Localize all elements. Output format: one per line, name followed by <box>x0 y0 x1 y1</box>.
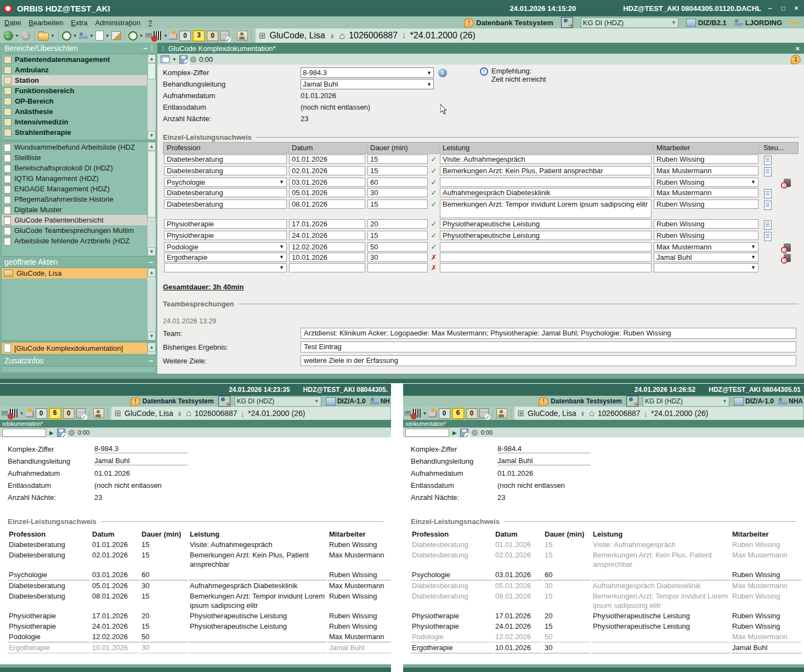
cell-profession[interactable]: Ergotherapie▼ <box>164 253 287 262</box>
sidebar-item-worklist[interactable]: GluCode Patientenübersicht <box>2 215 156 225</box>
dropdown-icon[interactable]: ▼ <box>751 264 756 272</box>
panel-minimize-icon[interactable]: – <box>143 44 148 53</box>
cell-datum[interactable]: 01.01.2026 <box>289 155 365 164</box>
patient-context-icon[interactable] <box>561 17 573 28</box>
cell-datum[interactable]: 02.01.2026 <box>289 166 365 175</box>
cell-profession[interactable]: Podologie▼ <box>164 242 287 252</box>
context-select[interactable]: KG DI (HDZ)▼ <box>235 396 321 407</box>
cell-leistung[interactable]: Bemerkungen Arzt: Tempor invidunt Lorem … <box>440 200 652 218</box>
counter-1[interactable]: 0 <box>36 408 47 419</box>
cell-leistung[interactable] <box>440 178 652 187</box>
cell-profession[interactable]: Physiotherapie <box>164 219 287 229</box>
counter-2[interactable]: 3 <box>192 30 205 42</box>
modules-icon[interactable] <box>429 411 437 418</box>
dropdown-icon[interactable]: ▼ <box>279 243 284 251</box>
document-action-icon[interactable] <box>764 220 772 230</box>
cell-mitarbeiter[interactable]: Ruben Wissing <box>654 155 758 164</box>
cell-leistung[interactable] <box>440 263 652 272</box>
document-action-icon[interactable] <box>764 232 772 241</box>
panel-minimize-icon[interactable]: – <box>149 356 153 365</box>
sidebar-item-area[interactable]: Anästhesie <box>2 106 156 117</box>
dropdown-icon[interactable]: ▼ <box>751 178 756 186</box>
sidebar-item-worklist[interactable]: GluCode Teambesprechungen Multim <box>2 225 156 236</box>
barcode-icon[interactable] <box>10 409 18 418</box>
patients-icon[interactable] <box>79 32 88 39</box>
cell-datum[interactable]: 24.01.2026 <box>289 231 365 240</box>
scrollbar[interactable]: ▲▼ <box>147 268 156 340</box>
patient-context-icon[interactable] <box>218 396 230 407</box>
sidebar-item-worklist[interactable]: Stellliste <box>2 152 156 163</box>
cell-profession[interactable]: Diabetesberatung <box>164 166 287 175</box>
cell-datum[interactable]: 05.01.2026 <box>289 188 365 197</box>
cell-mitarbeiter[interactable]: ▼ <box>654 263 758 272</box>
result-input[interactable]: Test Eintrag <box>301 341 796 352</box>
patients-dropdown-icon[interactable]: ▼ <box>89 33 94 38</box>
sidebar-item-area[interactable]: Funktionsbereich <box>2 86 156 96</box>
play-icon[interactable]: ▶ <box>49 430 54 436</box>
timer-dropdown-icon[interactable]: ▼ <box>139 33 144 38</box>
cell-dauer[interactable]: 30 <box>367 188 428 197</box>
document-action-icon[interactable] <box>764 189 772 198</box>
sidebar-item-area[interactable]: OP-Bereich <box>2 96 156 106</box>
archive-icon[interactable] <box>93 408 104 418</box>
cell-dauer[interactable]: 15 <box>367 166 428 175</box>
modules-icon[interactable] <box>169 33 178 40</box>
cell-mitarbeiter[interactable]: Ruben Wissing <box>654 231 758 240</box>
grid-icon[interactable]: ⊞ <box>115 408 122 418</box>
grid-icon[interactable]: ⊞ <box>518 408 525 418</box>
timer-icon[interactable] <box>128 31 138 41</box>
open-file-item[interactable]: GluCode, Lisa <box>2 268 156 278</box>
menu-datei[interactable]: Datei <box>4 19 21 27</box>
barcode-dropdown-icon[interactable]: ▼ <box>423 411 427 416</box>
layout-dropdown-icon[interactable]: ▼ <box>172 57 177 62</box>
cell-dauer[interactable]: 50 <box>367 242 428 252</box>
history-dropdown-icon[interactable]: ▼ <box>73 33 77 38</box>
barcode-dropdown-icon[interactable]: ▼ <box>163 33 168 38</box>
server-check-icon[interactable] <box>76 408 86 418</box>
komplex-ziffer-combo[interactable]: 8-984.3 ▼ <box>301 67 434 78</box>
mail-icon[interactable]: ✉ <box>404 409 411 417</box>
team-input[interactable]: Arztdienst: Klinikum Acker; Logopaedie: … <box>301 328 796 339</box>
scrollbar[interactable]: ▲▼ <box>147 54 156 140</box>
save-icon[interactable] <box>57 429 65 437</box>
context-select[interactable]: KG DI (HDZ)▼ <box>643 396 729 407</box>
menu-bearbeiten[interactable]: Bearbeiten <box>29 19 63 27</box>
cell-datum[interactable]: 08.01.2026 <box>289 200 365 209</box>
download-icon[interactable]: ↓ <box>490 408 495 418</box>
behandlungsleitung-value[interactable]: Jamal Buhl <box>94 457 188 465</box>
archive-icon[interactable] <box>496 408 507 418</box>
maximize-button[interactable]: □ <box>779 4 788 12</box>
document-dropdown-icon[interactable]: ▼ <box>105 33 110 38</box>
counter-2[interactable]: 6 <box>452 408 465 419</box>
counter-2[interactable]: 6 <box>49 408 61 419</box>
folder-dropdown-icon[interactable]: ▼ <box>50 33 55 38</box>
server-check-icon[interactable] <box>479 408 489 418</box>
delete-action-icon[interactable] <box>784 243 791 252</box>
save-icon[interactable] <box>460 429 468 437</box>
cell-mitarbeiter[interactable]: Jamal Buhl▼ <box>654 253 758 262</box>
cell-dauer[interactable]: 60 <box>367 178 428 187</box>
cell-mitarbeiter[interactable]: Max Mustermann <box>654 166 758 175</box>
cell-mitarbeiter[interactable]: Ruben Wissing▼ <box>654 178 758 187</box>
scrollbar[interactable]: ▲ <box>147 343 156 355</box>
new-document-icon[interactable] <box>95 31 104 41</box>
cell-datum[interactable]: 17.01.2026 <box>289 219 365 229</box>
dropdown-icon[interactable]: ▼ <box>427 82 432 87</box>
cell-profession[interactable]: ▼ <box>164 263 287 272</box>
cell-mitarbeiter[interactable]: Ruben Wissing <box>654 200 758 209</box>
barcode-icon[interactable] <box>413 409 421 418</box>
modules-icon[interactable] <box>26 411 34 418</box>
layout-grid-icon[interactable] <box>161 55 169 63</box>
document-action-icon[interactable] <box>764 201 772 210</box>
menu-extra[interactable]: Extra <box>71 19 87 27</box>
close-tab-icon[interactable]: × <box>795 44 800 53</box>
back-icon[interactable]: ← <box>3 31 13 41</box>
field-info-icon[interactable]: i <box>438 69 447 77</box>
cell-mitarbeiter[interactable]: Max Mustermann▼ <box>654 242 758 252</box>
sidebar-item-area[interactable]: Intensivmedizin <box>2 117 156 127</box>
cell-dauer[interactable]: 20 <box>367 219 428 229</box>
patient-context-icon[interactable] <box>626 396 638 407</box>
cell-profession[interactable]: Physiotherapie <box>164 231 287 240</box>
mail-icon[interactable]: ✉ <box>1 409 8 417</box>
cell-profession[interactable]: Diabetesberatung <box>164 200 287 209</box>
